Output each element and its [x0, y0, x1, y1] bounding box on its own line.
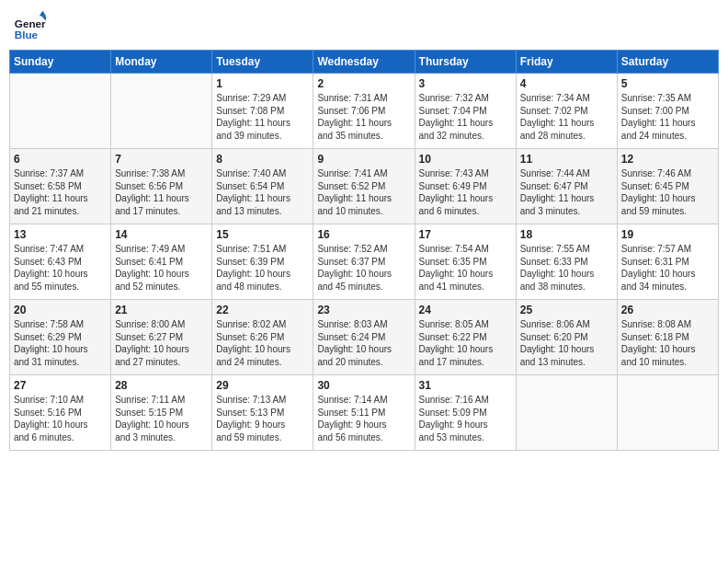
day-number: 11: [520, 153, 613, 166]
calendar-cell: 9Sunrise: 7:41 AM Sunset: 6:52 PM Daylig…: [313, 149, 415, 224]
calendar-week-2: 6Sunrise: 7:37 AM Sunset: 6:58 PM Daylig…: [10, 149, 719, 224]
calendar-week-4: 20Sunrise: 7:58 AM Sunset: 6:29 PM Dayli…: [10, 300, 719, 375]
day-info: Sunrise: 7:43 AM Sunset: 6:49 PM Dayligh…: [419, 167, 512, 217]
day-info: Sunrise: 8:02 AM Sunset: 6:26 PM Dayligh…: [216, 318, 309, 368]
day-info: Sunrise: 7:58 AM Sunset: 6:29 PM Dayligh…: [14, 318, 107, 368]
calendar-cell: [111, 74, 212, 149]
day-number: 3: [419, 77, 512, 90]
calendar-cell: 30Sunrise: 7:14 AM Sunset: 5:11 PM Dayli…: [313, 375, 415, 451]
calendar-cell: [617, 375, 718, 451]
day-info: Sunrise: 7:41 AM Sunset: 6:52 PM Dayligh…: [317, 167, 410, 217]
day-info: Sunrise: 7:55 AM Sunset: 6:33 PM Dayligh…: [520, 243, 613, 293]
day-info: Sunrise: 7:46 AM Sunset: 6:45 PM Dayligh…: [621, 167, 714, 217]
calendar-cell: 10Sunrise: 7:43 AM Sunset: 6:49 PM Dayli…: [415, 149, 516, 224]
calendar-cell: 20Sunrise: 7:58 AM Sunset: 6:29 PM Dayli…: [10, 300, 111, 375]
calendar-week-1: 1Sunrise: 7:29 AM Sunset: 7:08 PM Daylig…: [10, 74, 719, 149]
day-info: Sunrise: 7:47 AM Sunset: 6:43 PM Dayligh…: [14, 243, 107, 293]
col-header-saturday: Saturday: [617, 51, 718, 74]
day-number: 17: [419, 228, 512, 241]
day-number: 10: [419, 153, 512, 166]
day-number: 6: [14, 153, 107, 166]
day-number: 15: [216, 228, 309, 241]
day-number: 25: [520, 304, 613, 316]
day-info: Sunrise: 7:14 AM Sunset: 5:11 PM Dayligh…: [317, 394, 410, 443]
calendar-cell: 21Sunrise: 8:00 AM Sunset: 6:27 PM Dayli…: [111, 300, 212, 375]
calendar-cell: 31Sunrise: 7:16 AM Sunset: 5:09 PM Dayli…: [415, 375, 516, 451]
calendar-cell: 22Sunrise: 8:02 AM Sunset: 6:26 PM Dayli…: [212, 300, 313, 375]
calendar-cell: [10, 74, 111, 149]
day-number: 31: [419, 379, 512, 392]
day-info: Sunrise: 7:13 AM Sunset: 5:13 PM Dayligh…: [216, 394, 309, 443]
day-number: 23: [317, 304, 410, 316]
logo: General Blue: [13, 9, 46, 42]
col-header-sunday: Sunday: [10, 51, 111, 74]
col-header-monday: Monday: [111, 51, 212, 74]
day-number: 18: [520, 228, 613, 241]
day-info: Sunrise: 7:29 AM Sunset: 7:08 PM Dayligh…: [216, 92, 309, 142]
calendar-table: SundayMondayTuesdayWednesdayThursdayFrid…: [9, 50, 719, 451]
day-number: 7: [115, 153, 208, 166]
day-number: 24: [419, 304, 512, 316]
day-info: Sunrise: 7:54 AM Sunset: 6:35 PM Dayligh…: [419, 243, 512, 293]
day-number: 8: [216, 153, 309, 166]
day-number: 1: [216, 77, 309, 90]
day-info: Sunrise: 7:49 AM Sunset: 6:41 PM Dayligh…: [115, 243, 208, 293]
day-number: 9: [317, 153, 410, 166]
day-number: 14: [115, 228, 208, 241]
day-number: 4: [520, 77, 613, 90]
day-info: Sunrise: 7:51 AM Sunset: 6:39 PM Dayligh…: [216, 243, 309, 293]
col-header-thursday: Thursday: [415, 51, 516, 74]
day-number: 20: [14, 304, 107, 316]
calendar-cell: 16Sunrise: 7:52 AM Sunset: 6:37 PM Dayli…: [313, 224, 415, 300]
calendar-cell: 18Sunrise: 7:55 AM Sunset: 6:33 PM Dayli…: [516, 224, 617, 300]
col-header-wednesday: Wednesday: [313, 51, 415, 74]
day-number: 12: [621, 153, 714, 166]
day-info: Sunrise: 7:37 AM Sunset: 6:58 PM Dayligh…: [14, 167, 107, 217]
day-info: Sunrise: 7:38 AM Sunset: 6:56 PM Dayligh…: [115, 167, 208, 217]
day-number: 26: [621, 304, 714, 316]
calendar-cell: 12Sunrise: 7:46 AM Sunset: 6:45 PM Dayli…: [617, 149, 718, 224]
calendar-cell: 4Sunrise: 7:34 AM Sunset: 7:02 PM Daylig…: [516, 74, 617, 149]
svg-text:Blue: Blue: [15, 29, 39, 40]
calendar-cell: 23Sunrise: 8:03 AM Sunset: 6:24 PM Dayli…: [313, 300, 415, 375]
calendar-cell: 19Sunrise: 7:57 AM Sunset: 6:31 PM Dayli…: [617, 224, 718, 300]
calendar-cell: 8Sunrise: 7:40 AM Sunset: 6:54 PM Daylig…: [212, 149, 313, 224]
calendar-cell: 26Sunrise: 8:08 AM Sunset: 6:18 PM Dayli…: [617, 300, 718, 375]
calendar-cell: 27Sunrise: 7:10 AM Sunset: 5:16 PM Dayli…: [10, 375, 111, 451]
day-info: Sunrise: 8:08 AM Sunset: 6:18 PM Dayligh…: [621, 318, 714, 368]
day-number: 5: [621, 77, 714, 90]
calendar-cell: 15Sunrise: 7:51 AM Sunset: 6:39 PM Dayli…: [212, 224, 313, 300]
day-info: Sunrise: 7:35 AM Sunset: 7:00 PM Dayligh…: [621, 92, 714, 142]
day-number: 27: [14, 379, 107, 392]
calendar-cell: 17Sunrise: 7:54 AM Sunset: 6:35 PM Dayli…: [415, 224, 516, 300]
svg-marker-2: [40, 11, 46, 16]
calendar-cell: 1Sunrise: 7:29 AM Sunset: 7:08 PM Daylig…: [212, 74, 313, 149]
day-number: 13: [14, 228, 107, 241]
day-number: 30: [317, 379, 410, 392]
day-info: Sunrise: 7:57 AM Sunset: 6:31 PM Dayligh…: [621, 243, 714, 293]
day-info: Sunrise: 8:06 AM Sunset: 6:20 PM Dayligh…: [520, 318, 613, 368]
day-number: 29: [216, 379, 309, 392]
day-info: Sunrise: 8:03 AM Sunset: 6:24 PM Dayligh…: [317, 318, 410, 368]
day-info: Sunrise: 7:11 AM Sunset: 5:15 PM Dayligh…: [115, 394, 208, 443]
day-number: 22: [216, 304, 309, 316]
calendar-cell: 25Sunrise: 8:06 AM Sunset: 6:20 PM Dayli…: [516, 300, 617, 375]
calendar-cell: 3Sunrise: 7:32 AM Sunset: 7:04 PM Daylig…: [415, 74, 516, 149]
calendar-header-row: SundayMondayTuesdayWednesdayThursdayFrid…: [10, 51, 719, 74]
day-info: Sunrise: 8:05 AM Sunset: 6:22 PM Dayligh…: [419, 318, 512, 368]
page-header: General Blue: [9, 9, 719, 42]
logo-icon: General Blue: [13, 9, 46, 42]
day-number: 21: [115, 304, 208, 316]
day-info: Sunrise: 8:00 AM Sunset: 6:27 PM Dayligh…: [115, 318, 208, 368]
day-info: Sunrise: 7:10 AM Sunset: 5:16 PM Dayligh…: [14, 394, 107, 443]
day-info: Sunrise: 7:31 AM Sunset: 7:06 PM Dayligh…: [317, 92, 410, 142]
day-info: Sunrise: 7:16 AM Sunset: 5:09 PM Dayligh…: [419, 394, 512, 443]
calendar-cell: 24Sunrise: 8:05 AM Sunset: 6:22 PM Dayli…: [415, 300, 516, 375]
day-info: Sunrise: 7:52 AM Sunset: 6:37 PM Dayligh…: [317, 243, 410, 293]
col-header-tuesday: Tuesday: [212, 51, 313, 74]
day-info: Sunrise: 7:34 AM Sunset: 7:02 PM Dayligh…: [520, 92, 613, 142]
calendar-cell: [516, 375, 617, 451]
day-info: Sunrise: 7:40 AM Sunset: 6:54 PM Dayligh…: [216, 167, 309, 217]
col-header-friday: Friday: [516, 51, 617, 74]
day-number: 19: [621, 228, 714, 241]
